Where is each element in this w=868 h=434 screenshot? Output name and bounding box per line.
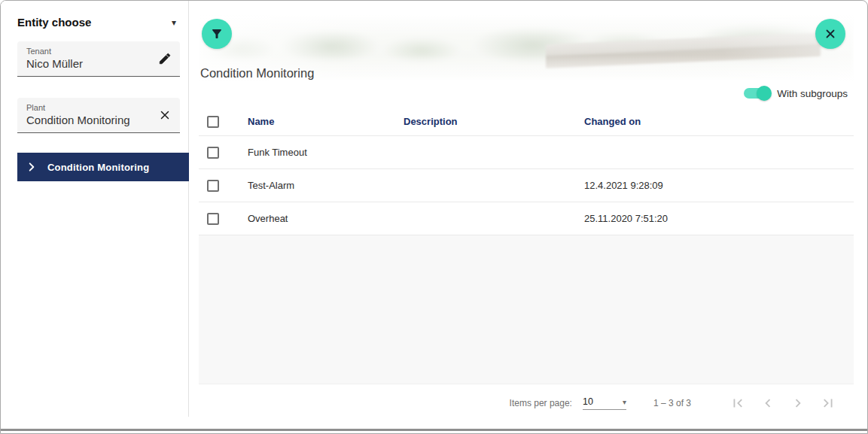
tenant-field-value: Nico Müller xyxy=(26,57,150,70)
next-page-button[interactable] xyxy=(789,394,807,412)
pencil-icon xyxy=(158,52,172,65)
with-subgroups-toggle[interactable] xyxy=(744,88,769,99)
tenant-field[interactable]: Tenant Nico Müller xyxy=(17,41,180,77)
column-header-name: Name xyxy=(248,116,404,127)
toggle-knob xyxy=(757,86,772,101)
chevron-left-icon xyxy=(760,395,776,411)
x-icon xyxy=(158,108,172,122)
panel-title: Condition Monitoring xyxy=(200,66,314,80)
table-header-row: Name Description Changed on xyxy=(199,108,854,136)
entity-sidebar: Entity choose ▾ Tenant Nico Müller Plant… xyxy=(1,1,189,417)
row-changed-on: 12.4.2021 9:28:09 xyxy=(584,180,854,191)
row-checkbox[interactable] xyxy=(207,180,219,192)
row-checkbox-cell xyxy=(199,147,248,159)
edit-tenant-button[interactable] xyxy=(156,50,174,68)
app-window: Entity choose ▾ Tenant Nico Müller Plant… xyxy=(0,0,868,434)
page-size-select[interactable]: 10 ▾ xyxy=(583,396,626,410)
window-bottom-edge xyxy=(1,429,867,431)
last-page-button[interactable] xyxy=(819,394,837,412)
header-checkbox-cell xyxy=(199,116,248,128)
first-page-button[interactable] xyxy=(729,394,747,412)
table-row[interactable]: Test-Alarm 12.4.2021 9:28:09 xyxy=(199,169,854,202)
close-x-icon xyxy=(824,27,837,41)
select-all-checkbox[interactable] xyxy=(207,116,219,128)
plant-field-label: Plant xyxy=(26,103,150,112)
last-page-icon xyxy=(820,395,836,411)
table-row[interactable]: Overheat 25.11.2020 7:51:20 xyxy=(199,202,854,235)
row-name: Overheat xyxy=(248,213,404,224)
row-checkbox[interactable] xyxy=(207,147,219,159)
column-header-changed-on: Changed on xyxy=(584,116,854,127)
row-name: Funk Timeout xyxy=(248,147,404,158)
page-size-value: 10 xyxy=(583,396,593,407)
row-changed-on: 25.11.2020 7:51:20 xyxy=(584,213,854,224)
tree-item-label: Condition Monitoring xyxy=(47,162,149,173)
funnel-icon xyxy=(210,27,224,41)
collapse-caret-icon[interactable]: ▾ xyxy=(172,18,176,27)
tenant-field-label: Tenant xyxy=(26,47,150,56)
row-checkbox-cell xyxy=(199,213,248,225)
plant-field-value: Condition Monitoring xyxy=(26,114,150,126)
clear-plant-button[interactable] xyxy=(156,106,174,124)
sidebar-title: Entity choose xyxy=(17,16,91,29)
sidebar-item-condition-monitoring[interactable]: Condition Monitoring xyxy=(17,153,189,181)
header-image: Condition Monitoring xyxy=(199,14,854,80)
paginator: Items per page: 10 ▾ 1 – 3 of 3 xyxy=(199,384,854,422)
previous-page-button[interactable] xyxy=(759,394,777,412)
row-checkbox-cell xyxy=(199,180,248,192)
close-button[interactable] xyxy=(815,19,845,49)
table-empty-area xyxy=(199,235,854,384)
plant-field[interactable]: Plant Condition Monitoring xyxy=(17,98,180,133)
row-checkbox[interactable] xyxy=(207,213,219,225)
sidebar-header: Entity choose ▾ xyxy=(1,1,188,29)
chevron-right-icon xyxy=(26,162,37,172)
condition-monitoring-panel: Condition Monitoring With subgroups Name… xyxy=(199,14,854,422)
select-caret-icon: ▾ xyxy=(623,398,626,406)
chevron-right-icon xyxy=(790,395,806,411)
items-per-page-label: Items per page: xyxy=(510,398,572,408)
page-range-label: 1 – 3 of 3 xyxy=(653,398,691,408)
subgroups-toggle-row: With subgroups xyxy=(199,83,854,103)
row-name: Test-Alarm xyxy=(248,180,404,191)
first-page-icon xyxy=(729,395,746,411)
alarms-table: Name Description Changed on Funk Timeout… xyxy=(199,108,854,235)
with-subgroups-label: With subgroups xyxy=(777,88,848,99)
filter-button[interactable] xyxy=(202,19,232,49)
column-header-description: Description xyxy=(404,116,584,127)
table-row[interactable]: Funk Timeout xyxy=(199,136,854,169)
